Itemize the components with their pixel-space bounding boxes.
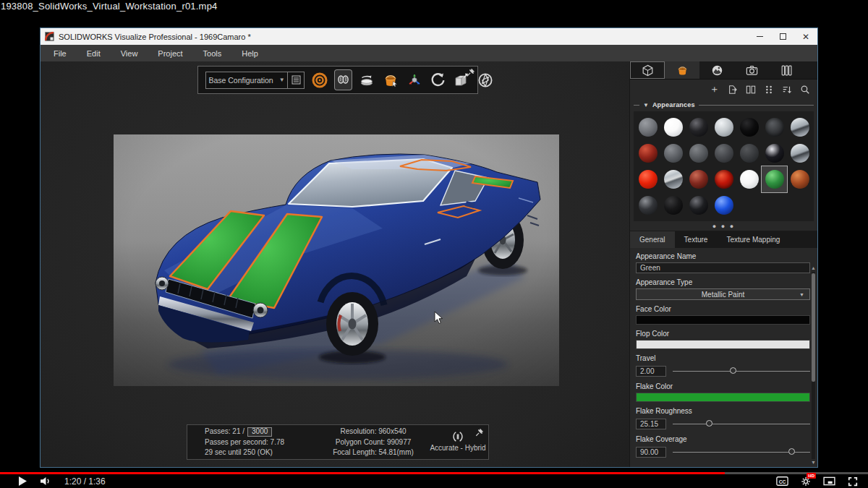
material-swatch-dark-red-metallic[interactable] — [635, 140, 660, 166]
sort-icon[interactable] — [781, 84, 792, 95]
flake-coverage-input[interactable]: 90.00 — [636, 447, 666, 458]
rotate-icon[interactable] — [430, 70, 446, 90]
renders-tab[interactable] — [769, 61, 804, 79]
material-swatch-black-gloss[interactable] — [686, 114, 711, 140]
travel-input[interactable]: 2.00 — [636, 366, 666, 377]
paint-bucket-icon[interactable] — [382, 70, 399, 90]
material-swatch-chrome[interactable] — [787, 114, 812, 140]
captions-icon[interactable]: CC — [776, 476, 788, 486]
tab-texture[interactable]: Texture — [675, 231, 718, 248]
theater-mode-icon[interactable] — [823, 476, 835, 486]
svg-text:CC: CC — [779, 479, 786, 484]
polygon-count: Polygon Count: 990977 — [319, 437, 427, 448]
material-swatch-dark-gray[interactable] — [711, 140, 736, 166]
flake-roughness-slider[interactable] — [673, 419, 810, 429]
split-view-icon[interactable] — [745, 84, 756, 95]
material-swatch-red-flake[interactable] — [711, 166, 736, 192]
material-swatch-bright-chrome[interactable] — [660, 166, 686, 192]
appearance-name-input[interactable]: Green — [636, 262, 810, 273]
viewport-toolbar: Base Configuration▼ — [197, 66, 478, 94]
cameras-tab[interactable] — [734, 61, 769, 79]
face-color-label: Face Color — [636, 305, 810, 313]
menu-edit[interactable]: Edit — [77, 46, 111, 61]
material-swatch-red-metallic[interactable] — [686, 166, 711, 192]
material-swatch-black-matte[interactable] — [736, 114, 762, 140]
passes-total-input[interactable]: 3000 — [247, 427, 272, 437]
pin-icon[interactable] — [467, 68, 475, 77]
environments-tab[interactable] — [699, 61, 734, 79]
material-swatch-silver[interactable] — [711, 114, 736, 140]
denoiser-brain-icon[interactable] — [335, 70, 352, 90]
accuracy-icon — [451, 431, 464, 442]
minimize-icon[interactable] — [748, 28, 771, 45]
appearance-type-dropdown[interactable]: Metallic Paint ▼ — [636, 288, 810, 300]
flake-coverage-slider[interactable] — [673, 447, 810, 457]
search-icon[interactable] — [799, 84, 810, 95]
settings-gear-icon[interactable]: HD — [801, 476, 811, 487]
travel-slider[interactable] — [673, 366, 810, 376]
material-swatch-blue-gloss[interactable] — [711, 192, 736, 218]
right-panel: ＋ ▼ Appearances — [629, 61, 817, 467]
thumbnail-grid-icon[interactable] — [763, 84, 774, 95]
models-tab[interactable] — [630, 61, 665, 79]
flake-roughness-input[interactable]: 25.15 — [636, 419, 666, 429]
close-icon[interactable]: ✕ — [794, 28, 817, 45]
yt-time-display: 1:20 / 1:36 — [64, 476, 106, 487]
tab-general[interactable]: General — [630, 231, 675, 248]
mouse-cursor — [434, 311, 443, 325]
configuration-list-icon[interactable] — [288, 72, 304, 88]
move-gizmo-icon[interactable] — [406, 70, 423, 90]
maximize-icon[interactable] — [771, 28, 794, 45]
scroll-up-icon[interactable]: ▲ — [811, 265, 816, 271]
render-target-icon[interactable] — [311, 70, 328, 90]
material-swatch-green-metallic[interactable] — [762, 166, 787, 192]
material-swatch-dark-gloss[interactable] — [635, 192, 660, 218]
material-swatch-gray-2[interactable] — [686, 140, 711, 166]
fullscreen-icon[interactable] — [848, 476, 858, 487]
hd-badge: HD — [807, 473, 816, 479]
flake-color-swatch[interactable] — [636, 393, 810, 402]
properties-scrollbar[interactable]: ▲ ▼ — [810, 265, 817, 466]
volume-icon[interactable] — [40, 476, 51, 486]
face-color-swatch[interactable] — [636, 315, 810, 325]
import-icon[interactable] — [727, 84, 738, 95]
material-swatch-white-gloss[interactable] — [660, 114, 686, 140]
appearance-swatch-grid — [634, 111, 814, 221]
appearances-tab[interactable] — [665, 61, 699, 79]
material-swatch-white[interactable] — [736, 166, 762, 192]
tab-texture-mapping[interactable]: Texture Mapping — [717, 231, 789, 248]
menu-tools[interactable]: Tools — [193, 46, 232, 61]
turntable-icon[interactable] — [358, 70, 375, 90]
material-swatch-red-flat[interactable] — [635, 166, 660, 192]
pin-icon[interactable] — [475, 428, 484, 437]
material-swatch-black-pearl[interactable] — [762, 140, 787, 166]
material-swatch-graphite[interactable] — [736, 140, 762, 166]
material-swatch-black-matte-2[interactable] — [660, 192, 686, 218]
add-icon[interactable]: ＋ — [709, 84, 720, 95]
yt-control-bar: 1:20 / 1:36 CC HD — [0, 474, 868, 488]
appearances-section-header[interactable]: ▼ Appearances — [634, 100, 814, 110]
scroll-down-icon[interactable]: ▼ — [811, 460, 816, 466]
play-icon[interactable] — [19, 476, 27, 486]
material-swatch-gray[interactable] — [660, 140, 686, 166]
flop-color-swatch[interactable] — [636, 340, 810, 349]
material-swatch-gray-matte[interactable] — [635, 114, 660, 140]
viewport[interactable]: Base Configuration▼ — [41, 61, 629, 467]
menu-file[interactable]: File — [43, 46, 77, 61]
chevron-down-icon: ▼ — [643, 102, 649, 108]
panel-splitter-handle[interactable]: ● ● ● — [630, 221, 817, 231]
resolution: Resolution: 960x540 — [319, 427, 427, 437]
configuration-dropdown[interactable]: Base Configuration▼ — [206, 72, 287, 88]
render-image[interactable] — [114, 134, 559, 386]
material-swatch-black-gloss-2[interactable] — [686, 192, 711, 218]
render-mode: Accurate - Hybrid — [430, 443, 485, 453]
material-swatch-carbon-fiber[interactable] — [762, 114, 787, 140]
section-title: Appearances — [652, 101, 695, 108]
menu-project[interactable]: Project — [148, 46, 192, 61]
menu-help[interactable]: Help — [231, 46, 268, 61]
camera-aperture-icon[interactable] — [477, 70, 494, 90]
material-swatch-chrome-2[interactable] — [787, 140, 812, 166]
menu-view[interactable]: View — [111, 46, 148, 61]
scrollbar-thumb[interactable] — [812, 273, 815, 382]
material-swatch-copper-metallic[interactable] — [787, 166, 812, 192]
